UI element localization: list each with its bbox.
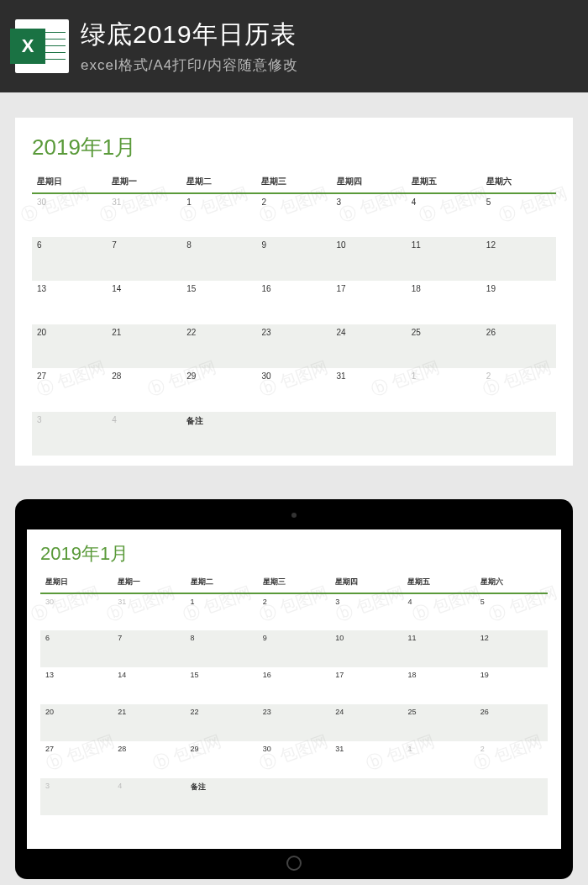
calendar-row: 272829303112	[40, 741, 548, 778]
calendar-row: 6789101112	[32, 237, 556, 281]
day-cell: 31	[107, 193, 181, 237]
day-cell: 2	[256, 193, 331, 237]
weekday-header: 星期四	[330, 573, 402, 593]
day-cell	[481, 412, 556, 456]
day-cell: 31	[330, 741, 402, 778]
day-cell: 18	[407, 281, 481, 324]
day-cell: 19	[481, 281, 556, 324]
day-cell: 16	[256, 281, 331, 324]
day-cell: 23	[258, 704, 330, 741]
day-cell: 26	[481, 324, 556, 368]
day-cell: 19	[475, 667, 548, 704]
day-cell: 29	[186, 741, 258, 778]
header-text: 绿底2019年日历表 excel格式/A4打印/内容随意修改	[81, 18, 298, 75]
calendar-row: 13141516171819	[40, 667, 548, 704]
calendar-row: 20212223242526	[40, 704, 548, 741]
weekday-header: 星期六	[475, 573, 548, 593]
day-cell: 7	[107, 237, 181, 281]
day-cell: 14	[113, 667, 185, 704]
tablet-frame: 2019年1月 星期日星期一星期二星期三星期四星期五星期六 3031123456…	[15, 499, 573, 879]
weekday-header: 星期五	[402, 573, 475, 593]
day-cell: 30	[40, 593, 113, 630]
day-cell	[407, 412, 481, 456]
day-cell	[402, 778, 475, 815]
day-cell: 26	[475, 704, 548, 741]
day-cell: 11	[407, 237, 481, 281]
weekday-header: 星期一	[107, 172, 181, 193]
day-cell: 10	[330, 630, 402, 667]
calendar-row: 303112345	[32, 193, 556, 237]
day-cell: 15	[186, 667, 258, 704]
day-cell: 4	[407, 193, 481, 237]
day-cell: 20	[40, 704, 113, 741]
day-cell: 9	[256, 237, 331, 281]
weekday-header: 星期二	[181, 172, 256, 193]
tablet-screen: 2019年1月 星期日星期一星期二星期三星期四星期五星期六 3031123456…	[27, 529, 561, 849]
weekday-header: 星期五	[407, 172, 481, 193]
excel-icon: X	[15, 19, 69, 73]
day-cell: 23	[256, 324, 331, 368]
day-cell: 17	[332, 281, 407, 324]
day-cell: 6	[32, 237, 107, 281]
day-cell: 5	[475, 593, 548, 630]
day-cell: 4	[402, 593, 475, 630]
day-cell: 7	[113, 630, 185, 667]
day-cell: 14	[107, 281, 181, 324]
weekday-header: 星期日	[32, 172, 107, 193]
weekday-header: 星期六	[481, 172, 556, 193]
calendar-month-title-small: 2019年1月	[40, 541, 548, 566]
day-cell: 12	[481, 237, 556, 281]
day-cell: 4	[107, 412, 181, 456]
day-cell: 13	[40, 667, 113, 704]
day-cell: 13	[32, 281, 107, 324]
weekday-row: 星期日星期一星期二星期三星期四星期五星期六	[32, 172, 556, 193]
day-cell: 30	[32, 193, 107, 237]
day-cell: 8	[181, 237, 256, 281]
header-bar: X 绿底2019年日历表 excel格式/A4打印/内容随意修改	[0, 0, 588, 92]
day-cell: 15	[181, 281, 256, 324]
calendar-grid-small: 星期日星期一星期二星期三星期四星期五星期六 303112345678910111…	[40, 573, 548, 815]
calendar-row: 34备注	[40, 778, 548, 815]
day-cell: 8	[186, 630, 258, 667]
day-cell: 11	[402, 630, 475, 667]
day-cell: 3	[40, 778, 113, 815]
calendar-row: 272829303112	[32, 368, 556, 412]
calendar-card-small: 2019年1月 星期日星期一星期二星期三星期四星期五星期六 3031123456…	[27, 529, 561, 827]
camera-icon	[291, 513, 297, 518]
day-cell: 27	[32, 368, 107, 412]
excel-sheet-lines	[45, 26, 66, 66]
calendar-card-large: 2019年1月 星期日星期一星期二星期三星期四星期五星期六 3031123456…	[15, 118, 573, 466]
day-cell: 28	[113, 741, 185, 778]
note-cell: 备注	[181, 412, 256, 456]
day-cell: 3	[32, 412, 107, 456]
calendar-row: 303112345	[40, 593, 548, 630]
day-cell: 31	[332, 368, 407, 412]
page-title: 绿底2019年日历表	[81, 18, 298, 52]
day-cell: 25	[402, 704, 475, 741]
day-cell: 27	[40, 741, 113, 778]
day-cell: 2	[258, 593, 330, 630]
day-cell: 1	[407, 368, 481, 412]
day-cell: 21	[113, 704, 185, 741]
day-cell	[258, 778, 330, 815]
weekday-header: 星期一	[113, 573, 185, 593]
day-cell	[330, 778, 402, 815]
day-cell: 22	[186, 704, 258, 741]
day-cell: 20	[32, 324, 107, 368]
calendar-row: 34备注	[32, 412, 556, 456]
day-cell: 22	[181, 324, 256, 368]
day-cell: 1	[402, 741, 475, 778]
day-cell: 16	[258, 667, 330, 704]
day-cell: 28	[107, 368, 181, 412]
weekday-header: 星期二	[186, 573, 258, 593]
day-cell: 18	[402, 667, 475, 704]
page-subtitle: excel格式/A4打印/内容随意修改	[81, 55, 298, 75]
calendar-month-title: 2019年1月	[32, 133, 556, 162]
day-cell: 29	[181, 368, 256, 412]
calendar-grid: 星期日星期一星期二星期三星期四星期五星期六 303112345678910111…	[32, 172, 556, 456]
weekday-header: 星期三	[258, 573, 330, 593]
day-cell: 6	[40, 630, 113, 667]
day-cell: 2	[481, 368, 556, 412]
day-cell	[475, 778, 548, 815]
calendar-row: 6789101112	[40, 630, 548, 667]
